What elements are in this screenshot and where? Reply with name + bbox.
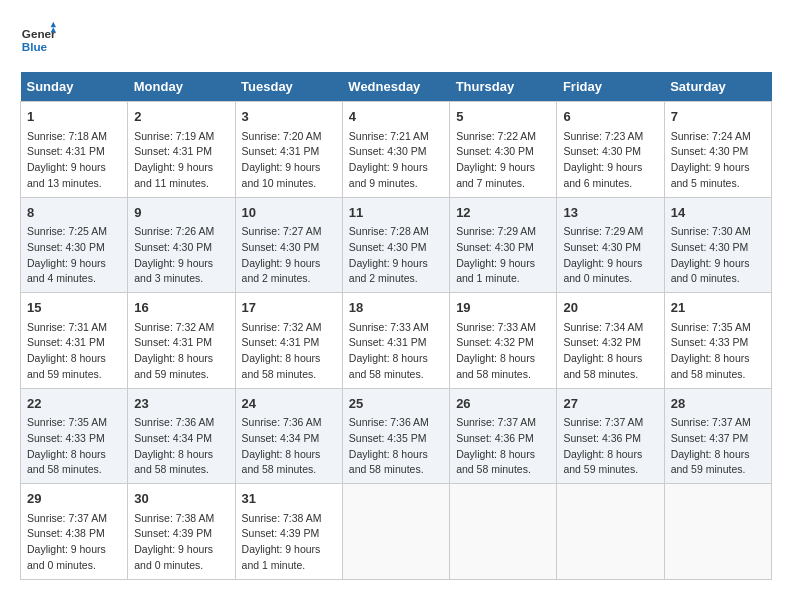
day-info: Sunset: 4:32 PM	[456, 335, 550, 351]
calendar-week-4: 22Sunrise: 7:35 AMSunset: 4:33 PMDayligh…	[21, 388, 772, 484]
day-number: 12	[456, 203, 550, 223]
day-info: Sunset: 4:30 PM	[134, 240, 228, 256]
calendar-cell: 30Sunrise: 7:38 AMSunset: 4:39 PMDayligh…	[128, 484, 235, 580]
day-info: Sunrise: 7:26 AM	[134, 224, 228, 240]
calendar-week-1: 1Sunrise: 7:18 AMSunset: 4:31 PMDaylight…	[21, 102, 772, 198]
day-info: Daylight: 8 hours and 59 minutes.	[134, 351, 228, 383]
day-number: 15	[27, 298, 121, 318]
page-header: General Blue	[20, 20, 772, 56]
day-number: 28	[671, 394, 765, 414]
day-number: 25	[349, 394, 443, 414]
day-info: Daylight: 8 hours and 58 minutes.	[134, 447, 228, 479]
day-info: Sunrise: 7:20 AM	[242, 129, 336, 145]
day-number: 13	[563, 203, 657, 223]
day-info: Sunrise: 7:37 AM	[563, 415, 657, 431]
day-number: 18	[349, 298, 443, 318]
day-header-friday: Friday	[557, 72, 664, 102]
day-number: 6	[563, 107, 657, 127]
day-header-row: SundayMondayTuesdayWednesdayThursdayFrid…	[21, 72, 772, 102]
day-header-monday: Monday	[128, 72, 235, 102]
day-number: 3	[242, 107, 336, 127]
day-info: Sunrise: 7:35 AM	[671, 320, 765, 336]
day-info: Daylight: 8 hours and 58 minutes.	[456, 447, 550, 479]
day-info: Sunset: 4:33 PM	[27, 431, 121, 447]
day-info: Sunrise: 7:22 AM	[456, 129, 550, 145]
day-info: Sunset: 4:31 PM	[134, 144, 228, 160]
day-info: Sunset: 4:30 PM	[456, 240, 550, 256]
day-info: Sunrise: 7:29 AM	[456, 224, 550, 240]
day-info: Sunrise: 7:34 AM	[563, 320, 657, 336]
day-header-tuesday: Tuesday	[235, 72, 342, 102]
day-info: Daylight: 8 hours and 58 minutes.	[671, 351, 765, 383]
svg-text:General: General	[22, 27, 56, 40]
calendar-cell: 2Sunrise: 7:19 AMSunset: 4:31 PMDaylight…	[128, 102, 235, 198]
day-number: 4	[349, 107, 443, 127]
day-info: Sunset: 4:30 PM	[563, 240, 657, 256]
day-header-saturday: Saturday	[664, 72, 771, 102]
day-info: Sunrise: 7:21 AM	[349, 129, 443, 145]
calendar-cell: 26Sunrise: 7:37 AMSunset: 4:36 PMDayligh…	[450, 388, 557, 484]
day-number: 1	[27, 107, 121, 127]
day-info: Sunrise: 7:27 AM	[242, 224, 336, 240]
day-info: Sunset: 4:30 PM	[242, 240, 336, 256]
day-info: Sunset: 4:34 PM	[134, 431, 228, 447]
day-info: Daylight: 9 hours and 6 minutes.	[563, 160, 657, 192]
day-info: Sunrise: 7:25 AM	[27, 224, 121, 240]
day-info: Sunrise: 7:33 AM	[456, 320, 550, 336]
calendar-cell: 23Sunrise: 7:36 AMSunset: 4:34 PMDayligh…	[128, 388, 235, 484]
calendar-cell: 31Sunrise: 7:38 AMSunset: 4:39 PMDayligh…	[235, 484, 342, 580]
calendar-cell	[342, 484, 449, 580]
day-info: Sunset: 4:31 PM	[349, 335, 443, 351]
day-info: Daylight: 8 hours and 58 minutes.	[349, 351, 443, 383]
day-info: Daylight: 9 hours and 9 minutes.	[349, 160, 443, 192]
day-number: 8	[27, 203, 121, 223]
day-number: 9	[134, 203, 228, 223]
day-info: Sunrise: 7:18 AM	[27, 129, 121, 145]
day-info: Sunrise: 7:36 AM	[134, 415, 228, 431]
day-number: 16	[134, 298, 228, 318]
day-info: Daylight: 9 hours and 2 minutes.	[349, 256, 443, 288]
day-info: Daylight: 8 hours and 58 minutes.	[242, 447, 336, 479]
day-number: 22	[27, 394, 121, 414]
svg-marker-2	[51, 22, 56, 27]
calendar-cell: 6Sunrise: 7:23 AMSunset: 4:30 PMDaylight…	[557, 102, 664, 198]
day-info: Sunrise: 7:37 AM	[27, 511, 121, 527]
day-info: Sunrise: 7:30 AM	[671, 224, 765, 240]
day-info: Sunset: 4:30 PM	[349, 240, 443, 256]
day-info: Sunset: 4:30 PM	[671, 144, 765, 160]
day-info: Sunset: 4:36 PM	[563, 431, 657, 447]
calendar-cell: 24Sunrise: 7:36 AMSunset: 4:34 PMDayligh…	[235, 388, 342, 484]
day-number: 14	[671, 203, 765, 223]
day-info: Sunrise: 7:38 AM	[242, 511, 336, 527]
day-info: Sunrise: 7:28 AM	[349, 224, 443, 240]
day-number: 27	[563, 394, 657, 414]
day-info: Sunrise: 7:29 AM	[563, 224, 657, 240]
calendar-cell: 17Sunrise: 7:32 AMSunset: 4:31 PMDayligh…	[235, 293, 342, 389]
day-info: Daylight: 8 hours and 59 minutes.	[27, 351, 121, 383]
day-number: 2	[134, 107, 228, 127]
day-info: Daylight: 9 hours and 5 minutes.	[671, 160, 765, 192]
calendar-cell: 5Sunrise: 7:22 AMSunset: 4:30 PMDaylight…	[450, 102, 557, 198]
day-info: Sunset: 4:31 PM	[242, 144, 336, 160]
day-info: Daylight: 9 hours and 3 minutes.	[134, 256, 228, 288]
calendar-cell: 7Sunrise: 7:24 AMSunset: 4:30 PMDaylight…	[664, 102, 771, 198]
calendar-cell: 22Sunrise: 7:35 AMSunset: 4:33 PMDayligh…	[21, 388, 128, 484]
day-number: 31	[242, 489, 336, 509]
svg-text:Blue: Blue	[22, 40, 48, 53]
day-number: 19	[456, 298, 550, 318]
day-number: 23	[134, 394, 228, 414]
day-header-sunday: Sunday	[21, 72, 128, 102]
day-info: Daylight: 8 hours and 58 minutes.	[242, 351, 336, 383]
day-info: Sunset: 4:31 PM	[27, 144, 121, 160]
day-info: Daylight: 9 hours and 0 minutes.	[563, 256, 657, 288]
day-info: Sunrise: 7:36 AM	[242, 415, 336, 431]
day-info: Daylight: 9 hours and 10 minutes.	[242, 160, 336, 192]
day-info: Sunset: 4:30 PM	[349, 144, 443, 160]
day-info: Sunset: 4:31 PM	[27, 335, 121, 351]
calendar-cell	[664, 484, 771, 580]
calendar-cell: 12Sunrise: 7:29 AMSunset: 4:30 PMDayligh…	[450, 197, 557, 293]
day-info: Sunset: 4:39 PM	[242, 526, 336, 542]
calendar-cell: 4Sunrise: 7:21 AMSunset: 4:30 PMDaylight…	[342, 102, 449, 198]
calendar-cell: 3Sunrise: 7:20 AMSunset: 4:31 PMDaylight…	[235, 102, 342, 198]
calendar-cell: 13Sunrise: 7:29 AMSunset: 4:30 PMDayligh…	[557, 197, 664, 293]
